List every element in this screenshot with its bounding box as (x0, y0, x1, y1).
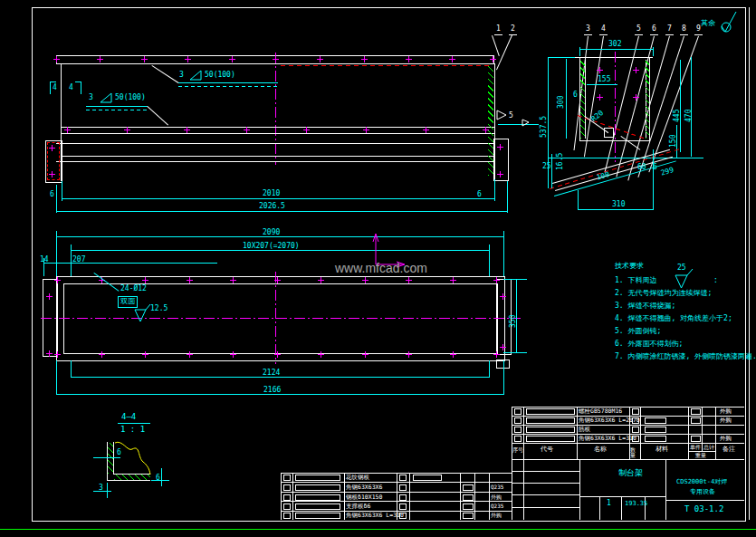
cell-placeholder (691, 417, 701, 424)
roughness-value: 25 (677, 264, 686, 273)
status-bar-line (0, 529, 756, 530)
drawing-number: T 03-1.2 (684, 505, 723, 514)
dim-text: 2026.5 (259, 203, 285, 211)
table-line (512, 459, 744, 460)
web-line (56, 143, 494, 144)
center-mark-icon (244, 127, 250, 133)
cell-placeholder (463, 484, 474, 491)
cell-placeholder (463, 513, 474, 519)
center-mark-icon (49, 145, 55, 151)
table-row-name: 角钢63X63X6 (346, 484, 382, 491)
weld-size-label: 3 (179, 72, 184, 80)
center-mark-icon (318, 351, 324, 358)
center-mark-icon (493, 351, 500, 358)
weld-flag-label: 5 (509, 112, 513, 120)
table-row-remark: 外购 (491, 513, 502, 519)
center-mark-icon (493, 277, 500, 283)
center-mark-icon (406, 277, 412, 283)
center-mark-icon (230, 277, 236, 283)
column-header: 材料 (656, 446, 668, 454)
table-line (409, 473, 410, 520)
dim-line (676, 125, 677, 158)
center-mark-icon (49, 171, 55, 177)
cell-placeholder (399, 475, 407, 481)
dim-text: 60 (637, 164, 646, 172)
table-line (512, 425, 744, 426)
center-mark-icon (597, 67, 603, 73)
table-line (292, 473, 293, 520)
dim-text: 155 (598, 76, 610, 84)
center-mark-icon (142, 351, 148, 358)
cell-placeholder (399, 484, 407, 491)
dim-text: 2010 (263, 190, 280, 198)
dim-line (578, 209, 654, 210)
cad-drawing-sheet: 3 50(100) 3 50(100) 4 4 1 2 5 (0, 0, 756, 537)
cell-placeholder (514, 417, 522, 424)
hole-note-label: 24-Ø12 (120, 285, 147, 293)
center-mark-icon (46, 293, 53, 300)
column-header: 总计 (703, 445, 714, 451)
dim-text: 2124 (263, 369, 280, 378)
cell-placeholder (283, 513, 291, 519)
section-label: 4 (69, 84, 73, 92)
center-mark-icon (500, 293, 506, 300)
table-row-name: 支撑板δ6 (346, 503, 370, 510)
ext-line (71, 360, 72, 378)
ext-line (653, 149, 654, 210)
dim-text: 310 (612, 201, 625, 209)
table-row-name: 钢板δ10X150 (346, 494, 382, 501)
weld-note-dashline (178, 86, 278, 87)
weld-hatch (580, 60, 585, 139)
cell-placeholder (691, 436, 701, 442)
dim-text: 16.5 (557, 153, 565, 170)
column-header: 单件 (690, 445, 701, 451)
ext-line (503, 352, 527, 353)
ext-line (93, 457, 120, 458)
cell-placeholder (283, 494, 291, 501)
table-line (523, 459, 524, 520)
center-mark-icon (406, 351, 412, 358)
cell-placeholder (526, 427, 575, 433)
section-cut-mark (50, 82, 56, 82)
table-line (665, 459, 666, 520)
weld-hatch (488, 65, 493, 176)
center-mark-icon (597, 94, 603, 101)
table-line (702, 407, 703, 451)
ext-line (548, 57, 575, 58)
cell-placeholder (645, 436, 666, 442)
callout-underline (494, 34, 502, 35)
horizontal-centerline (41, 318, 521, 319)
center-mark-icon (187, 351, 193, 358)
table-line (460, 473, 461, 520)
ext-line (56, 231, 57, 276)
dim-line (566, 59, 567, 139)
center-mark-icon (363, 127, 369, 133)
part-callout: 5 (636, 25, 641, 34)
callout-underline (599, 34, 608, 35)
center-mark-icon (423, 127, 429, 133)
table-line (599, 496, 600, 520)
table-row-name: 角钢63X63X6 L=2070 (579, 417, 640, 424)
table-line (621, 496, 622, 520)
center-mark-icon (303, 127, 310, 133)
plan-inner-outline (63, 283, 498, 354)
part-callout: 7 (667, 25, 672, 34)
part-callout: 1 (496, 25, 501, 34)
cell-placeholder (463, 503, 474, 510)
tech-req-line: : (713, 277, 718, 285)
cell-placeholder (283, 484, 291, 491)
dim-line (587, 84, 617, 85)
table-row-remark: 外购 (720, 417, 732, 424)
center-mark-icon (450, 277, 456, 283)
dim-text: 6 (50, 191, 54, 199)
tech-req-line: 3. 焊缝不得烧漏; (615, 302, 675, 311)
weight-value: 193.35 (625, 501, 647, 508)
dim-text: 6 (573, 91, 578, 100)
center-mark-icon (500, 344, 506, 350)
table-line (640, 407, 641, 459)
table-row-remark: 外购 (720, 408, 732, 415)
section-outline (649, 57, 650, 140)
table-line (512, 471, 579, 472)
cell-placeholder (645, 417, 666, 424)
center-mark-icon (633, 67, 639, 73)
